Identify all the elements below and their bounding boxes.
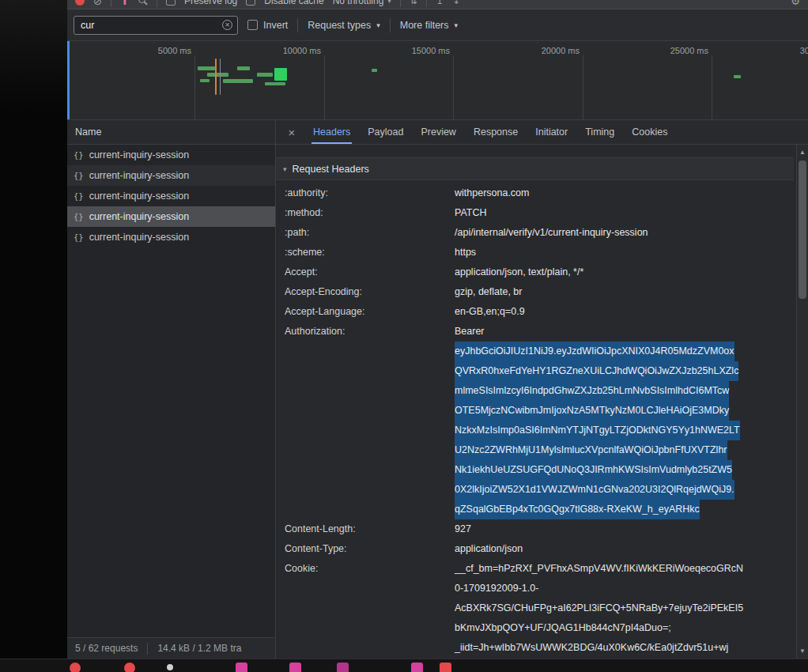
- import-har-icon[interactable]: ↥: [436, 0, 444, 6]
- request-row[interactable]: {}current-inquiry-session: [67, 186, 275, 206]
- header-name: :authority:: [285, 183, 455, 203]
- clear-filter-icon[interactable]: ✕: [222, 20, 232, 30]
- token-line: mlmeSIsImlzcyI6IndpdGhwZXJzb25hLmNvbSIsI…: [455, 381, 729, 401]
- tab-preview[interactable]: Preview: [412, 120, 464, 144]
- name-column-header[interactable]: Name: [67, 120, 275, 145]
- tab-cookies[interactable]: Cookies: [623, 120, 676, 144]
- header-row: Content-Length:927: [276, 519, 794, 539]
- overview-track[interactable]: 5000 ms10000 ms15000 ms20000 ms25000 ms3…: [67, 41, 808, 120]
- header-value-line: 0-1709192009-1.0-: [455, 579, 743, 598]
- request-row[interactable]: {}current-inquiry-session: [67, 165, 275, 186]
- filter-toggle-icon[interactable]: [120, 0, 130, 5]
- tab-initiator[interactable]: Initiator: [527, 120, 576, 144]
- header-value-text: application/json: [455, 539, 523, 559]
- taskbar-app-icon[interactable]: [236, 663, 247, 672]
- ruler-time-label: 30000 ms: [768, 46, 808, 55]
- requests-list: {}current-inquiry-session{}current-inqui…: [67, 145, 275, 637]
- taskbar-app-icon[interactable]: [440, 663, 451, 672]
- more-filters-label: More filters: [400, 20, 449, 31]
- preserve-log-label: Preserve log: [184, 0, 237, 6]
- waterfall-bar: [734, 75, 741, 78]
- search-icon[interactable]: [138, 0, 148, 6]
- request-row[interactable]: {}current-inquiry-session: [67, 227, 275, 247]
- taskbar-app-icon[interactable]: [124, 663, 135, 672]
- header-value-line: _iidt=Jh+wIbb7WsUWWK2BDG/4uX0Kw6C/kEa0jt…: [455, 638, 743, 658]
- export-har-icon[interactable]: ↧: [452, 0, 460, 6]
- status-divider: [147, 643, 148, 655]
- waterfall-bar: [220, 59, 221, 95]
- request-types-dropdown[interactable]: Request types ▾: [308, 20, 379, 31]
- page-behind-devtools: [0, 0, 67, 672]
- request-headers-section-header[interactable]: ▾ Request Headers: [276, 157, 794, 180]
- header-row: Accept:application/json, text/plain, */*: [276, 262, 794, 282]
- header-name: Cookie:: [285, 559, 455, 658]
- close-icon[interactable]: ×: [282, 126, 301, 139]
- taskbar-app-icon[interactable]: [337, 663, 349, 672]
- request-details-panel: × HeadersPayloadPreviewResponseInitiator…: [276, 120, 808, 659]
- header-name: Authorization:: [285, 322, 455, 519]
- header-value-line: __cf_bm=hPzRXf_PVFhxASmpV4WV.fIKiWkKERiW…: [455, 559, 743, 579]
- throttling-select[interactable]: No throttling: [333, 0, 384, 6]
- header-value: BearereyJhbGciOiJIUzI1NiJ9.eyJzdWIiOiJpc…: [455, 322, 740, 519]
- headers-list: :authority:withpersona.com:method:PATCH:…: [276, 180, 794, 658]
- header-value: application/json, text/plain, */*: [455, 262, 583, 282]
- filter-input[interactable]: [79, 19, 219, 32]
- header-row: :authority:withpersona.com: [276, 183, 794, 203]
- fetch-xhr-icon: {}: [74, 191, 84, 201]
- header-name: Content-Type:: [285, 539, 455, 559]
- header-value: application/json: [455, 539, 523, 559]
- network-conditions-icon[interactable]: ⇅: [410, 0, 417, 6]
- header-value: withpersona.com: [455, 183, 530, 203]
- transferred-size: 14.4 kB / 1.2 MB tra: [157, 643, 241, 654]
- more-filters-dropdown[interactable]: More filters ▾: [400, 20, 458, 31]
- request-name: current-inquiry-session: [89, 170, 189, 181]
- taskbar-app-icon[interactable]: [411, 663, 423, 672]
- taskbar-app-icon[interactable]: [289, 663, 301, 672]
- waterfall-bar: [200, 79, 210, 82]
- disable-cache-checkbox[interactable]: [246, 0, 255, 6]
- token-line: 0X2lkIjoiZW52X1d1VWJZWmN1cGNva202U3I2QlR…: [455, 480, 734, 500]
- token-line: U2Nzc2ZWRhMjU1MylsImlucXVpcnlfaWQiOiJpbn…: [455, 440, 727, 460]
- header-value-text: Bearer: [455, 322, 740, 342]
- network-status-bar: 5 / 62 requests 14.4 kB / 1.2 MB tra: [67, 637, 275, 659]
- ruler-time-label: 25000 ms: [639, 46, 708, 55]
- header-value-text: gzip, deflate, br: [455, 282, 522, 302]
- header-value-text: /api/internal/verify/v1/current-inquiry-…: [455, 223, 648, 243]
- request-row[interactable]: {}current-inquiry-session: [67, 206, 275, 227]
- tab-response[interactable]: Response: [465, 120, 527, 144]
- settings-gear-icon[interactable]: ⚙: [791, 0, 800, 6]
- clear-network-log-icon[interactable]: ⊘: [93, 0, 102, 6]
- scroll-down-icon[interactable]: ▼: [797, 645, 808, 657]
- preserve-log-checkbox[interactable]: [166, 0, 176, 6]
- toolbar-divider: [400, 0, 401, 7]
- header-name: Accept:: [285, 262, 455, 282]
- tab-timing[interactable]: Timing: [576, 120, 623, 144]
- throttling-caret-icon: ▾: [387, 0, 391, 5]
- taskbar-app-icon[interactable]: [167, 664, 173, 670]
- invert-filter-group: Invert: [247, 20, 288, 31]
- invert-checkbox[interactable]: [247, 20, 258, 30]
- request-row[interactable]: {}current-inquiry-session: [67, 145, 275, 165]
- auth-token-selected-text[interactable]: eyJhbGciOiJIUzI1NiJ9.eyJzdWIiOiJpcXNIX0J…: [455, 342, 740, 519]
- filter-input-box: ✕: [74, 16, 238, 35]
- header-value-line: AcBXRk7SG/CHuFPg+aI62PLI3iFCQ+5NRaBy+7ej…: [455, 598, 743, 618]
- request-name: current-inquiry-session: [89, 149, 189, 160]
- waterfall-bar: [237, 66, 250, 70]
- network-main: Name {}current-inquiry-session{}current-…: [67, 120, 808, 659]
- toolbar-divider: [426, 0, 427, 7]
- scrollbar-thumb[interactable]: [799, 160, 806, 299]
- scroll-up-icon[interactable]: ▲: [797, 146, 808, 158]
- header-value-line: bKmvJXbpQOY+UF/JQAG1Hb844cN7pI4aDuo=;: [455, 618, 743, 638]
- tab-headers[interactable]: Headers: [304, 120, 359, 144]
- header-value: gzip, deflate, br: [455, 282, 522, 302]
- taskbar-app-icon[interactable]: [70, 663, 81, 672]
- tab-payload[interactable]: Payload: [359, 120, 412, 144]
- ruler-time-label: 15000 ms: [380, 46, 450, 55]
- record-button[interactable]: [75, 0, 85, 6]
- details-scrollbar[interactable]: ▲ ▼: [796, 145, 808, 659]
- request-name: current-inquiry-session: [89, 232, 189, 243]
- request-types-label: Request types: [308, 20, 371, 31]
- network-toolbar: ⊘ Preserve log Disable cache No throttli…: [67, 0, 808, 9]
- chevron-down-icon: ▾: [376, 21, 380, 29]
- toolbar-divider: [157, 0, 157, 7]
